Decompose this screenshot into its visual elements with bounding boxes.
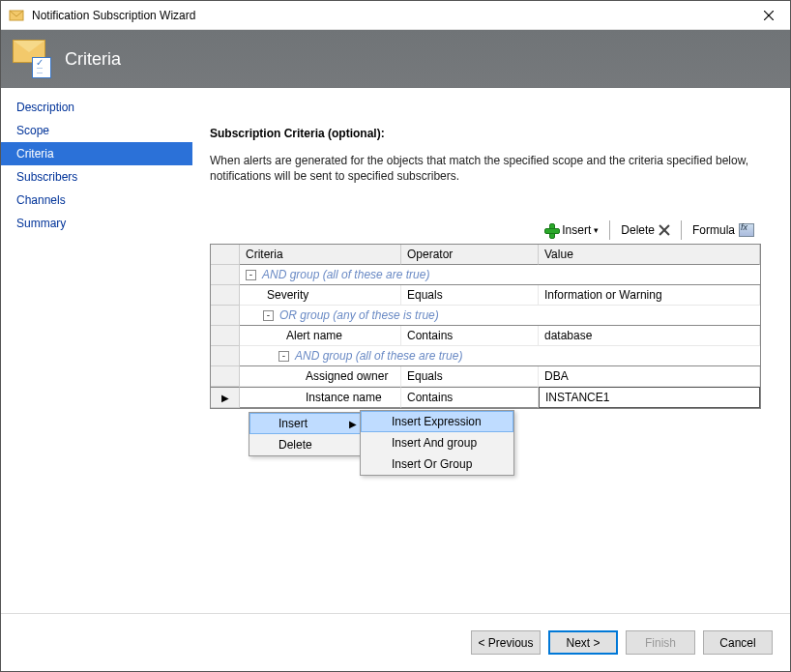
app-icon	[9, 8, 24, 23]
col-operator[interactable]: Operator	[401, 245, 539, 265]
collapse-icon[interactable]: -	[278, 351, 289, 362]
table-row[interactable]: Assigned owner Equals DBA	[211, 366, 760, 387]
cell-criteria[interactable]: Alert name	[240, 326, 401, 346]
close-button[interactable]	[747, 1, 790, 29]
group-row-and-inner[interactable]: -AND group (all of these are true)	[211, 346, 760, 366]
submenu-arrow-icon: ▶	[349, 419, 357, 429]
main-panel: Subscription Criteria (optional): When a…	[192, 88, 790, 613]
cell-criteria[interactable]: Severity	[240, 285, 401, 306]
section-description: When alerts are generated for the object…	[210, 154, 751, 184]
delete-button[interactable]: Delete	[614, 219, 677, 242]
banner: Criteria	[1, 30, 790, 88]
wizard-window: Notification Subscription Wizard Criteri…	[0, 0, 791, 672]
group-row-or[interactable]: -OR group (any of these is true)	[211, 306, 760, 326]
cell-value[interactable]: Information or Warning	[539, 285, 760, 306]
wizard-icon	[13, 40, 51, 78]
insert-button[interactable]: Insert ▾	[538, 219, 605, 242]
cell-operator[interactable]: Equals	[401, 285, 539, 306]
sidebar-item-channels[interactable]: Channels	[1, 189, 192, 212]
sidebar-item-summary[interactable]: Summary	[1, 212, 192, 235]
collapse-icon[interactable]: -	[263, 310, 274, 321]
col-value[interactable]: Value	[539, 245, 760, 265]
context-delete[interactable]: Delete	[249, 434, 366, 455]
finish-button: Finish	[626, 630, 695, 655]
group-row-and[interactable]: -AND group (all of these are true)	[211, 265, 760, 285]
row-pointer-icon: ▶	[221, 393, 229, 403]
footer: < Previous Next > Finish Cancel	[1, 613, 790, 671]
toolbar-separator	[609, 220, 610, 240]
collapse-icon[interactable]: -	[246, 270, 256, 280]
group-label: AND group (all of these are true)	[262, 268, 429, 281]
cell-criteria[interactable]: Assigned owner	[240, 366, 401, 387]
section-title: Subscription Criteria (optional):	[210, 127, 761, 140]
toolbar-separator	[681, 220, 682, 240]
submenu-insert-or-group[interactable]: Insert Or Group	[361, 453, 513, 475]
criteria-grid[interactable]: Criteria Operator Value -AND group (all …	[210, 244, 761, 409]
formula-icon	[739, 223, 754, 237]
sidebar-item-criteria[interactable]: Criteria	[1, 142, 192, 165]
titlebar: Notification Subscription Wizard	[1, 1, 790, 30]
context-menu: Insert ▶ Delete	[249, 412, 366, 456]
cell-operator[interactable]: Contains	[401, 326, 539, 346]
formula-button[interactable]: Formula	[686, 219, 761, 242]
col-criteria[interactable]: Criteria	[240, 245, 401, 265]
table-row[interactable]: Alert name Contains database	[211, 326, 760, 346]
sidebar-item-subscribers[interactable]: Subscribers	[1, 165, 192, 189]
table-row-selected[interactable]: ▶ Instance name Contains INSTANCE1	[211, 387, 760, 408]
group-label: OR group (any of these is true)	[279, 308, 439, 322]
banner-title: Criteria	[65, 49, 121, 70]
grid-toolbar: Insert ▾ Delete Formula	[210, 219, 761, 242]
context-submenu: Insert Expression Insert And group Inser…	[360, 410, 514, 476]
grid-header: Criteria Operator Value	[211, 245, 760, 265]
window-title: Notification Subscription Wizard	[32, 9, 747, 22]
cell-value[interactable]: INSTANCE1	[539, 387, 760, 408]
insert-label: Insert	[562, 223, 591, 237]
group-label: AND group (all of these are true)	[295, 349, 462, 363]
previous-button[interactable]: < Previous	[471, 630, 541, 655]
dropdown-caret-icon: ▾	[594, 225, 599, 235]
plus-icon	[544, 223, 558, 237]
next-button[interactable]: Next >	[548, 630, 618, 655]
cell-value[interactable]: DBA	[539, 366, 760, 387]
submenu-insert-and-group[interactable]: Insert And group	[361, 432, 513, 453]
sidebar-item-description[interactable]: Description	[1, 96, 192, 119]
submenu-insert-expression[interactable]: Insert Expression	[361, 411, 513, 432]
cell-operator[interactable]: Contains	[401, 387, 539, 408]
cell-criteria[interactable]: Instance name	[240, 387, 401, 408]
context-insert[interactable]: Insert ▶	[249, 413, 366, 434]
delete-icon	[659, 224, 670, 236]
cancel-button[interactable]: Cancel	[703, 630, 773, 655]
sidebar-item-scope[interactable]: Scope	[1, 119, 192, 142]
sidebar: Description Scope Criteria Subscribers C…	[1, 88, 192, 613]
table-row[interactable]: Severity Equals Information or Warning	[211, 285, 760, 306]
formula-label: Formula	[692, 223, 735, 237]
cell-value[interactable]: database	[539, 326, 760, 346]
delete-label: Delete	[621, 223, 655, 237]
cell-operator[interactable]: Equals	[401, 366, 539, 387]
